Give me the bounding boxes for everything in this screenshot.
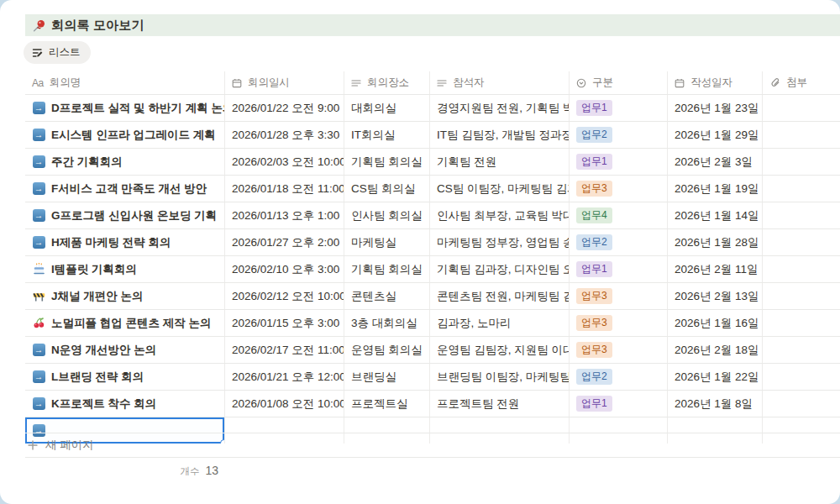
- meeting-place-cell[interactable]: CS팀 회의실: [344, 176, 430, 202]
- column-header-attendees[interactable]: 참석자: [430, 71, 570, 94]
- meeting-place-cell[interactable]: 기획팀 회의실: [344, 256, 430, 282]
- meeting-place-cell[interactable]: 대회의실: [344, 95, 430, 121]
- meeting-datetime-cell[interactable]: 2026/02/10 오후 3:00: [225, 256, 344, 282]
- column-header-created-date[interactable]: 작성일자: [668, 71, 763, 94]
- created-date-cell[interactable]: 2026년 1월 22일: [668, 364, 763, 390]
- table-row: → F서비스 고객 만족도 개선 방안 2026/01/18 오전 11:00 …: [25, 175, 840, 202]
- category-cell[interactable]: 업무2: [570, 122, 668, 148]
- meeting-datetime-cell[interactable]: 2026/01/28 오후 3:30: [225, 122, 344, 148]
- meeting-name-cell[interactable]: → E시스템 인프라 업그레이드 계획: [25, 122, 225, 148]
- meeting-datetime-cell[interactable]: 2026/02/12 오전 10:00: [225, 283, 344, 309]
- meeting-name-cell[interactable]: → H제품 마케팅 전략 회의: [25, 229, 225, 255]
- category-cell[interactable]: 업무4: [570, 202, 668, 228]
- attendees-cell[interactable]: 경영지원팀 전원, 기획팀 박대리: [430, 95, 570, 121]
- category-cell[interactable]: 업무3: [570, 176, 668, 202]
- meeting-name-cell[interactable]: I템플릿 기획회의: [25, 256, 225, 282]
- category-cell[interactable]: 업무3: [570, 310, 668, 336]
- meeting-name-cell[interactable]: 노멀피플 협업 콘텐츠 제작 논의: [25, 310, 225, 336]
- created-date-cell[interactable]: 2026년 2월 18일: [668, 337, 763, 363]
- category-cell[interactable]: 업무2: [570, 229, 668, 255]
- attendees-cell[interactable]: 프로젝트팀 전원: [430, 391, 570, 417]
- attachment-cell[interactable]: [763, 364, 840, 390]
- category-cell[interactable]: 업무1: [570, 256, 668, 282]
- category-cell[interactable]: 업무3: [570, 337, 668, 363]
- attendees-cell[interactable]: 김과장, 노마리: [430, 310, 570, 336]
- created-date-cell[interactable]: 2026년 1월 28일: [668, 229, 763, 255]
- meeting-name-cell[interactable]: → N운영 개선방안 논의: [25, 337, 225, 363]
- new-page-button[interactable]: 새 페이지: [25, 433, 840, 458]
- meeting-place-cell[interactable]: 브랜딩실: [344, 364, 430, 390]
- column-header-attachment[interactable]: 첨부: [763, 71, 840, 94]
- category-cell[interactable]: 업무1: [570, 391, 668, 417]
- column-header-category[interactable]: 구분: [570, 71, 668, 94]
- attendees: 인사팀 최부장, 교육팀 박대리: [437, 208, 570, 223]
- meeting-place-cell[interactable]: 인사팀 회의실: [344, 202, 430, 228]
- meeting-name-cell[interactable]: → 주간 기획회의: [25, 149, 225, 175]
- meeting-datetime-cell[interactable]: 2026/01/27 오후 2:00: [225, 229, 344, 255]
- column-header-meeting-name[interactable]: Aa 회의명: [25, 71, 225, 94]
- meeting-datetime-cell[interactable]: 2026/01/08 오전 10:00: [225, 391, 344, 417]
- created-date-cell[interactable]: 2026년 1월 16일: [668, 310, 763, 336]
- attachment-cell[interactable]: [763, 176, 840, 202]
- created-date-cell[interactable]: 2026년 1월 14일: [668, 202, 763, 228]
- attachment-cell[interactable]: [763, 256, 840, 282]
- created-date-cell[interactable]: 2026년 1월 8일: [668, 391, 763, 417]
- attachment-cell[interactable]: [763, 283, 840, 309]
- meeting-place-cell[interactable]: 기획팀 회의실: [344, 149, 430, 175]
- category-cell[interactable]: 업무2: [570, 364, 668, 390]
- meeting-name-cell[interactable]: → G프로그램 신입사원 온보딩 기획: [25, 202, 225, 228]
- attachment-cell[interactable]: [763, 202, 840, 228]
- meeting-place-cell[interactable]: IT회의실: [344, 122, 430, 148]
- attachment-cell[interactable]: [763, 391, 840, 417]
- column-header-meeting-datetime[interactable]: 회의일시: [225, 71, 344, 94]
- attachment-cell[interactable]: [763, 229, 840, 255]
- meeting-datetime-cell[interactable]: 2026/01/21 오후 12:00: [225, 364, 344, 390]
- attachment-cell[interactable]: [763, 337, 840, 363]
- attendees-cell[interactable]: 기획팀 전원: [430, 149, 570, 175]
- meeting-datetime-cell[interactable]: 2026/01/18 오전 11:00: [225, 176, 344, 202]
- category-cell[interactable]: 업무3: [570, 283, 668, 309]
- attachment-cell[interactable]: [763, 310, 840, 336]
- meeting-place-cell[interactable]: 프로젝트실: [344, 391, 430, 417]
- meeting-place-cell[interactable]: 콘텐츠실: [344, 283, 430, 309]
- meeting-datetime-cell[interactable]: 2026/01/22 오전 9:00 →: [225, 95, 344, 121]
- category-cell[interactable]: 업무1: [570, 95, 668, 121]
- meeting-datetime-cell[interactable]: 2026/01/13 오후 1:00: [225, 202, 344, 228]
- attendees-cell[interactable]: CS팀 이팀장, 마케팅팀 김과장: [430, 176, 570, 202]
- view-tab-list[interactable]: 리스트: [24, 41, 91, 64]
- meeting-datetime-cell[interactable]: 2026/02/03 오전 10:00: [225, 149, 344, 175]
- created-date-cell[interactable]: 2026년 2월 13일: [668, 283, 763, 309]
- meeting-datetime-cell[interactable]: 2026/01/15 오후 3:00: [225, 310, 344, 336]
- meeting-place-cell[interactable]: 운영팀 회의실: [344, 337, 430, 363]
- meeting-name-cell[interactable]: → F서비스 고객 만족도 개선 방안: [25, 176, 225, 202]
- attachment-cell[interactable]: [763, 95, 840, 121]
- created-date-cell[interactable]: 2026년 2월 11일: [668, 256, 763, 282]
- meeting-place-cell[interactable]: 마케팅실: [344, 229, 430, 255]
- attendees-cell[interactable]: 마케팅팀 정부장, 영업팀 송과장: [430, 229, 570, 255]
- meeting-datetime-cell[interactable]: 2026/02/17 오전 11:00: [225, 337, 344, 363]
- column-header-meeting-place[interactable]: 회의장소: [344, 71, 430, 94]
- construction-icon: [32, 290, 45, 303]
- created-date-cell[interactable]: 2026년 1월 29일: [668, 122, 763, 148]
- attendees-cell[interactable]: 운영팀 김팀장, 지원팀 이대리: [430, 337, 570, 363]
- attachment-cell[interactable]: [763, 149, 840, 175]
- created-date-cell[interactable]: 2026년 1월 23일: [668, 95, 763, 121]
- created-date-cell[interactable]: 2026년 1월 19일: [668, 176, 763, 202]
- meeting-datetime: 2026/01/22 오전 9:00 →: [232, 101, 344, 116]
- meeting-name-cell[interactable]: → L브랜딩 전략 회의: [25, 364, 225, 390]
- attendees-cell[interactable]: 기획팀 김과장, 디자인팀 오대리: [430, 256, 570, 282]
- meeting-name-cell[interactable]: J채널 개편안 논의: [25, 283, 225, 309]
- created-date-cell[interactable]: 2026년 2월 3일: [668, 149, 763, 175]
- attendees-cell[interactable]: 인사팀 최부장, 교육팀 박대리: [430, 202, 570, 228]
- created-date: 2026년 1월 23일: [675, 101, 759, 116]
- attendees-cell[interactable]: 콘텐츠팀 전원, 마케팅팀 김과장: [430, 283, 570, 309]
- meeting-name-cell[interactable]: → D프로젝트 실적 및 하반기 계획 논의: [25, 95, 225, 121]
- attendees-cell[interactable]: IT팀 김팀장, 개발팀 정과장: [430, 122, 570, 148]
- attachment-cell[interactable]: [763, 122, 840, 148]
- category-cell[interactable]: 업무1: [570, 149, 668, 175]
- meeting-place-cell[interactable]: 3층 대회의실: [344, 310, 430, 336]
- attendees-cell[interactable]: 브랜딩팀 이팀장, 마케팅팀 정부장: [430, 364, 570, 390]
- count-footer[interactable]: 개수 13: [25, 464, 218, 478]
- meeting-name: F서비스 고객 만족도 개선 방안: [51, 181, 207, 197]
- meeting-name-cell[interactable]: → K프로젝트 착수 회의: [25, 391, 225, 417]
